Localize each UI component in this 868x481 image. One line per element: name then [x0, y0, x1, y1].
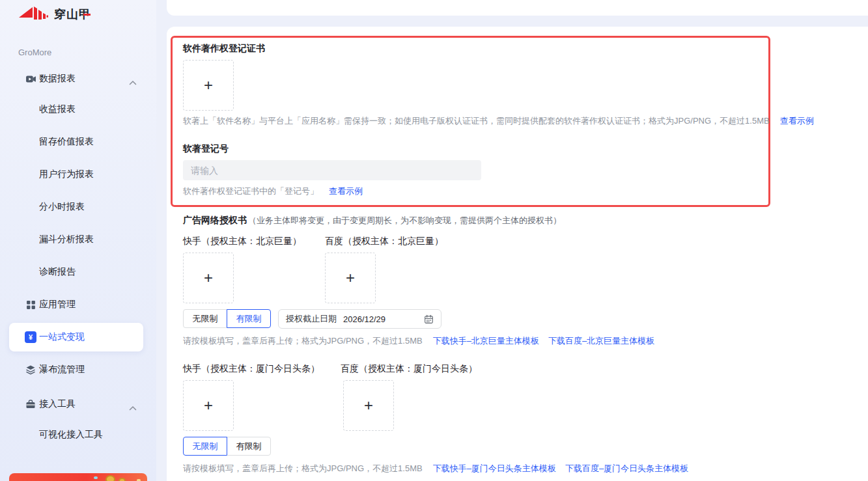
sidebar-item-label: 一站式变现 — [39, 331, 85, 343]
plus-icon: + — [204, 398, 213, 413]
sidebar-item-funnel-report[interactable]: 漏斗分析报表 — [0, 223, 156, 256]
reg-number-example-link[interactable]: 查看示例 — [329, 186, 363, 197]
sidebar-item-one-stop-monetization[interactable]: ¥ 一站式变现 — [9, 323, 143, 351]
group1-kuaishou-upload[interactable]: + — [183, 253, 234, 303]
sidebar-section-label: GroMore — [18, 48, 51, 57]
reg-number-input[interactable] — [183, 160, 481, 180]
group2-limit-toggle: 无限制 有限制 — [183, 437, 271, 456]
group1-hint: 请按模板填写，盖章后再上传；格式为JPG/PNG，不超过1.5MB — [183, 335, 423, 347]
date-field-label: 授权截止日期 — [286, 313, 337, 325]
sidebar-item-integration-tools[interactable]: 接入工具 — [0, 388, 156, 420]
group1-limit-toggle: 无限制 有限制 — [183, 309, 271, 328]
group1-limited-button[interactable]: 有限制 — [227, 309, 271, 328]
group1-kuaishou-label: 快手（授权主体：北京巨量） — [183, 236, 301, 247]
reg-number-hint-row: 软件著作权登记证书中的「登记号」 查看示例 — [183, 186, 363, 197]
group2-baidu-label: 百度（授权主体：厦门今日头条） — [341, 363, 477, 375]
sidebar-item-label: 可视化接入工具 — [39, 429, 103, 441]
sidebar-item-label: 诊断报告 — [39, 266, 76, 278]
group1-auth-end-date-field[interactable]: 授权截止日期 2026/12/29 — [278, 309, 441, 329]
logo-accent — [83, 14, 91, 16]
group1-download-baidu-template-link[interactable]: 下载百度–北京巨量主体模板 — [548, 335, 654, 347]
sidebar-item-label: 留存价值报表 — [39, 136, 94, 148]
toolbox-icon — [25, 398, 36, 410]
group1-baidu-label: 百度（授权主体：北京巨量） — [325, 236, 443, 247]
group2-kuaishou-upload[interactable]: + — [183, 380, 234, 431]
plus-icon: + — [364, 398, 373, 413]
ad-network-subtitle: （业务主体即将变更，由于变更周期长，为不影响变现，需提供两个主体的授权书） — [248, 215, 561, 227]
reg-number-title: 软著登记号 — [183, 143, 229, 155]
software-cert-example-link[interactable]: 查看示例 — [780, 115, 814, 127]
plus-icon: + — [204, 77, 213, 93]
ad-network-title-row: 广告网络授权书 （业务主体即将变更，由于变更周期长，为不影响变现，需提供两个主体… — [183, 215, 561, 227]
software-cert-hint: 软著上「软件名称」与平台上「应用名称」需保持一致；如使用电子版权认证证书，需同时… — [183, 115, 770, 127]
sidebar-item-waterfall-management[interactable]: 瀑布流管理 — [0, 353, 156, 386]
group1-unlimited-button[interactable]: 无限制 — [183, 309, 227, 328]
group2-baidu-upload[interactable]: + — [343, 380, 394, 431]
video-report-icon — [25, 73, 36, 85]
sidebar-item-label: 用户行为报表 — [39, 169, 94, 180]
group2-unlimited-button[interactable]: 无限制 — [183, 437, 227, 456]
group1-baidu-upload[interactable]: + — [325, 253, 376, 303]
sidebar-item-label: 瀑布流管理 — [39, 364, 85, 376]
sidebar-item-data-report[interactable]: 数据报表 — [0, 62, 156, 95]
sidebar-item-app-management[interactable]: 应用管理 — [0, 288, 156, 321]
gold-coin-icon — [105, 475, 115, 481]
software-cert-hint-row: 软著上「软件名称」与平台上「应用名称」需保持一致；如使用电子版权认证证书，需同时… — [183, 115, 814, 127]
group2-download-kuaishou-template-link[interactable]: 下载快手–厦门今日头条主体模板 — [433, 463, 556, 474]
calendar-icon — [424, 314, 434, 324]
content-card-top — [167, 0, 868, 16]
sidebar-item-label: 接入工具 — [39, 398, 76, 410]
sidebar-item-visual-integration-tool[interactable]: 可视化接入工具 — [0, 419, 156, 451]
sidebar-item-label: 漏斗分析报表 — [39, 234, 94, 245]
sidebar-item-diagnosis-report[interactable]: 诊断报告 — [0, 256, 156, 288]
chevron-up-icon — [129, 76, 137, 81]
group2-download-baidu-template-link[interactable]: 下载百度–厦门今日头条主体模板 — [565, 463, 688, 474]
plus-icon: + — [204, 270, 213, 286]
software-cert-title: 软件著作权登记证书 — [183, 43, 265, 55]
app-grid-icon — [25, 299, 36, 310]
brand-name: 穿山甲 — [54, 7, 91, 22]
group2-hint: 请按模板填写，盖章后再上传；格式为JPG/PNG，不超过1.5MB — [183, 463, 423, 474]
sidebar-item-hourly-report[interactable]: 分小时报表 — [0, 191, 156, 223]
group2-limited-button[interactable]: 有限制 — [227, 437, 271, 456]
group2-kuaishou-label: 快手（授权主体：厦门今日头条） — [183, 363, 320, 375]
sidebar-item-retention-value-report[interactable]: 留存价值报表 — [0, 126, 156, 158]
sidebar-item-revenue-report[interactable]: 收益报表 — [0, 93, 156, 126]
sidebar-item-user-behavior-report[interactable]: 用户行为报表 — [0, 158, 156, 191]
software-cert-upload[interactable]: + — [183, 60, 234, 111]
layers-icon — [25, 364, 36, 376]
yuan-monetization-icon: ¥ — [25, 331, 36, 343]
pangle-logo-icon — [18, 5, 48, 23]
group1-download-kuaishou-template-link[interactable]: 下载快手–北京巨量主体模板 — [433, 335, 539, 347]
plus-icon: + — [346, 270, 355, 286]
sidebar-item-label: 数据报表 — [39, 73, 76, 85]
group2-hint-row: 请按模板填写，盖章后再上传；格式为JPG/PNG，不超过1.5MB 下载快手–厦… — [183, 463, 688, 474]
group1-hint-row: 请按模板填写，盖章后再上传；格式为JPG/PNG，不超过1.5MB 下载快手–北… — [183, 335, 654, 347]
gold-coin-icon — [119, 478, 126, 481]
confetti-icon — [94, 476, 98, 479]
ad-network-title: 广告网络授权书 — [183, 215, 247, 227]
sidebar: 穿山甲 GroMore 数据报表 收益报表 留存价值报表 用户行为报表 分小时报… — [0, 0, 156, 481]
sidebar-item-label: 应用管理 — [39, 299, 76, 310]
page: 穿山甲 GroMore 数据报表 收益报表 留存价值报表 用户行为报表 分小时报… — [0, 0, 868, 481]
date-field-value: 2026/12/29 — [343, 314, 385, 324]
sidebar-item-label: 分小时报表 — [39, 201, 85, 213]
sidebar-item-label: 收益报表 — [39, 103, 76, 115]
promo-banner[interactable] — [9, 473, 147, 481]
reg-number-hint: 软件著作权登记证书中的「登记号」 — [183, 186, 318, 197]
chevron-up-icon — [129, 402, 137, 407]
brand-logo[interactable]: 穿山甲 — [18, 5, 91, 23]
